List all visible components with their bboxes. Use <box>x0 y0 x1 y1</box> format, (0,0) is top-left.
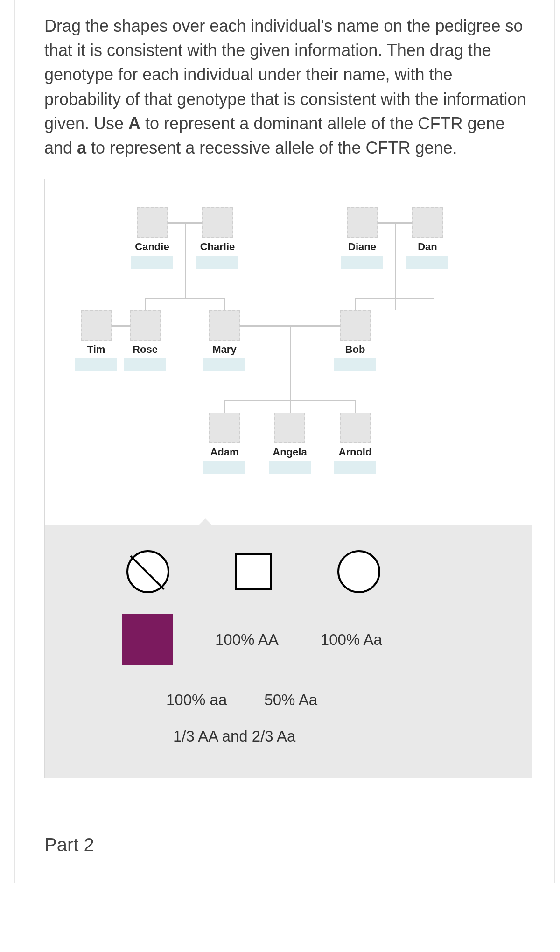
descent-line <box>395 251 396 310</box>
genotype-dropzone[interactable] <box>334 461 376 474</box>
shape-unaffected-female-icon[interactable] <box>337 550 380 593</box>
shape-dropzone[interactable] <box>340 413 371 443</box>
shape-dropzone[interactable] <box>412 207 443 238</box>
individual-name: Angela <box>262 446 318 458</box>
descent-line <box>290 326 291 354</box>
individual-name: Adam <box>196 446 252 458</box>
card-right-rail <box>554 0 555 883</box>
individual-charlie[interactable]: Charlie <box>189 207 245 269</box>
individual-name: Rose <box>117 343 173 356</box>
instr-seg-3: to represent a recessive allele of the C… <box>86 138 457 157</box>
descent-line <box>185 223 186 251</box>
sibling-line <box>355 298 434 299</box>
descent-line <box>185 251 186 298</box>
shape-deceased-female-icon[interactable] <box>126 550 169 593</box>
shape-unaffected-male-icon[interactable] <box>235 553 272 590</box>
individual-rose[interactable]: Rose <box>117 310 173 371</box>
individual-name: Arnold <box>327 446 383 458</box>
genotype-tag-100Aa[interactable]: 100% Aa <box>321 631 382 649</box>
instr-allele-a: a <box>77 138 86 157</box>
individual-name: Dan <box>399 241 455 253</box>
genotype-tag-50Aa[interactable]: 50% Aa <box>264 691 317 709</box>
descent-line <box>355 400 356 413</box>
genotype-dropzone[interactable] <box>269 461 311 474</box>
descent-line <box>395 223 396 251</box>
shape-dropzone[interactable] <box>202 207 233 238</box>
genotype-dropzone[interactable] <box>124 358 166 371</box>
card-left-rail <box>14 0 15 883</box>
shape-dropzone[interactable] <box>274 413 305 443</box>
shape-dropzone[interactable] <box>130 310 161 341</box>
genotype-mixed-and: and <box>222 728 248 745</box>
genotype-tag-100AA[interactable]: 100% AA <box>215 631 279 649</box>
shape-dropzone[interactable] <box>137 207 168 238</box>
individual-name: Mary <box>196 343 252 356</box>
individual-dan[interactable]: Dan <box>399 207 455 269</box>
genotype-dropzone[interactable] <box>406 256 448 269</box>
genotype-dropzone[interactable] <box>341 256 383 269</box>
individual-bob[interactable]: Bob <box>327 310 383 371</box>
draggable-palette: 100% AA 100% Aa 100% aa 50% Aa 1/3 AA an… <box>45 525 532 778</box>
individual-mary[interactable]: Mary <box>196 310 252 371</box>
genotype-dropzone[interactable] <box>196 256 238 269</box>
sibling-line <box>145 298 224 299</box>
individual-name: Charlie <box>189 241 245 253</box>
genotype-dropzone[interactable] <box>203 461 245 474</box>
shape-dropzone[interactable] <box>340 310 371 341</box>
shape-dropzone[interactable] <box>209 413 240 443</box>
genotype-mixed-post: 2/3 Aa <box>248 728 296 745</box>
exercise-panel: Candie Charlie Diane Dan <box>44 179 532 778</box>
descent-line <box>355 298 356 310</box>
shape-dropzone[interactable] <box>81 310 112 341</box>
individual-name: Bob <box>327 343 383 356</box>
descent-line <box>290 400 291 413</box>
genotype-tag-mixed[interactable]: 1/3 AA and 2/3 Aa <box>173 728 295 745</box>
individual-candie[interactable]: Candie <box>124 207 180 269</box>
genotype-dropzone[interactable] <box>131 256 173 269</box>
genotype-mixed-pre: 1/3 AA <box>173 728 222 745</box>
individual-diane[interactable]: Diane <box>334 207 390 269</box>
pedigree-canvas[interactable]: Candie Charlie Diane Dan <box>45 179 532 525</box>
individual-name: Diane <box>334 241 390 253</box>
genotype-dropzone[interactable] <box>334 358 376 371</box>
shape-affected-male-icon[interactable] <box>122 614 173 665</box>
descent-line <box>224 400 225 413</box>
shape-dropzone[interactable] <box>347 207 378 238</box>
instructions-text: Drag the shapes over each individual's n… <box>44 14 532 160</box>
individual-name: Tim <box>68 343 124 356</box>
genotype-dropzone[interactable] <box>203 358 245 371</box>
instr-allele-A: A <box>128 114 140 133</box>
palette-notch-icon <box>199 518 212 525</box>
genotype-tag-100aa[interactable]: 100% aa <box>166 691 227 709</box>
shape-dropzone[interactable] <box>209 310 240 341</box>
individual-angela[interactable]: Angela <box>262 413 318 474</box>
individual-tim[interactable]: Tim <box>68 310 124 371</box>
part-2-heading: Part 2 <box>44 834 532 855</box>
genotype-dropzone[interactable] <box>75 358 117 371</box>
descent-line <box>290 354 291 400</box>
individual-arnold[interactable]: Arnold <box>327 413 383 474</box>
descent-line <box>224 298 225 310</box>
individual-name: Candie <box>124 241 180 253</box>
descent-line <box>145 298 146 310</box>
individual-adam[interactable]: Adam <box>196 413 252 474</box>
